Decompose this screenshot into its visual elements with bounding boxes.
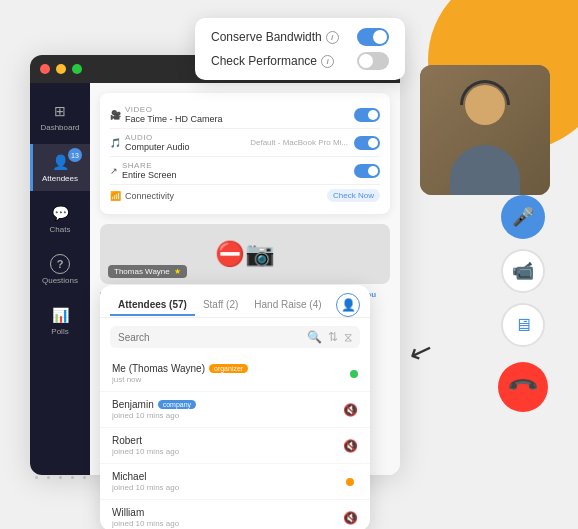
mic-muted-icon: 🔇 xyxy=(343,439,358,453)
attendee-name: Michael xyxy=(112,471,346,482)
video-row: 🎥 Video Face Time - HD Camera xyxy=(110,101,380,129)
attendee-info: Me (Thomas Wayne) organizer just now xyxy=(112,363,350,384)
organizer-badge: organizer xyxy=(209,364,248,373)
connectivity-label: 📶 Connectivity xyxy=(110,191,174,201)
company-badge: company xyxy=(158,400,196,409)
person-video xyxy=(420,65,550,195)
attendee-info: Benjamin company joined 10 mins ago xyxy=(112,399,343,420)
end-call-button[interactable]: 📞 xyxy=(488,352,559,423)
conserve-bandwidth-label: Conserve Bandwidth i xyxy=(211,30,339,44)
attendee-time: joined 10 mins ago xyxy=(112,411,343,420)
attendees-icon: 👤 xyxy=(50,152,70,172)
conserve-bandwidth-toggle[interactable] xyxy=(357,28,389,46)
audio-value: Computer Audio xyxy=(125,142,190,152)
conserve-bandwidth-row: Conserve Bandwidth i xyxy=(211,28,389,46)
sidebar-item-polls[interactable]: 📊 Polls xyxy=(30,297,90,344)
attendees-badge: 13 xyxy=(68,148,82,162)
maximize-dot[interactable] xyxy=(72,64,82,74)
sidebar-label-questions: Questions xyxy=(42,276,78,285)
sidebar-item-chats[interactable]: 💬 Chats xyxy=(30,195,90,242)
conserve-info-icon[interactable]: i xyxy=(326,31,339,44)
sidebar-label-polls: Polls xyxy=(51,327,68,336)
screen-share-button[interactable]: 🖥 xyxy=(501,303,545,347)
audio-label: 🎵 Audio Computer Audio xyxy=(110,133,190,152)
attendee-info: William joined 10 mins ago xyxy=(112,507,343,528)
attendee-name: William xyxy=(112,507,343,518)
search-input[interactable] xyxy=(118,332,301,343)
chats-icon: 💬 xyxy=(50,203,70,223)
attendees-panel: Attendees (57) Staff (2) Hand Raise (4) … xyxy=(100,285,370,529)
attendee-name: Me (Thomas Wayne) organizer xyxy=(112,363,350,374)
check-performance-row: Check Performance i xyxy=(211,52,389,70)
sidebar-item-dashboard[interactable]: ⊞ Dashboard xyxy=(30,93,90,140)
camera-off-icon: ⛔📷 xyxy=(215,240,275,268)
tab-staff[interactable]: Staff (2) xyxy=(195,295,246,316)
share-row: ↗ Share Entire Screen xyxy=(110,157,380,185)
filter-sort-icon[interactable]: ⇅ xyxy=(328,330,338,344)
audio-toggle[interactable] xyxy=(354,136,380,150)
add-attendee-button[interactable]: 👤 xyxy=(336,293,360,317)
search-bar: 🔍 ⇅ ⧖ xyxy=(110,326,360,348)
sidebar-item-attendees[interactable]: 13 👤 Attendees xyxy=(30,144,90,191)
attendee-info: Michael joined 10 mins ago xyxy=(112,471,346,492)
tab-attendees[interactable]: Attendees (57) xyxy=(110,295,195,316)
attendee-item[interactable]: Robert joined 10 mins ago 🔇 xyxy=(100,428,370,464)
video-settings-panel: 🎥 Video Face Time - HD Camera 🎵 Audio Co… xyxy=(100,93,390,214)
search-icon[interactable]: 🔍 xyxy=(307,330,322,344)
sidebar-label-attendees: Attendees xyxy=(42,174,78,183)
video-toggle[interactable] xyxy=(354,108,380,122)
share-value: Entire Screen xyxy=(122,170,177,180)
attendee-list: Me (Thomas Wayne) organizer just now Ben… xyxy=(100,356,370,529)
questions-icon: ? xyxy=(50,254,70,274)
sidebar-item-questions[interactable]: ? Questions xyxy=(30,246,90,293)
check-now-button[interactable]: Check Now xyxy=(327,189,380,202)
check-performance-label: Check Performance i xyxy=(211,54,334,68)
settings-panel: Conserve Bandwidth i Check Performance i xyxy=(195,18,405,80)
mic-muted-icon: 🔇 xyxy=(343,511,358,525)
performance-info-icon[interactable]: i xyxy=(321,55,334,68)
search-icons: 🔍 ⇅ ⧖ xyxy=(307,330,352,344)
attendee-name: Benjamin company xyxy=(112,399,343,410)
panel-tabs: Attendees (57) Staff (2) Hand Raise (4) … xyxy=(100,285,370,318)
attendee-item[interactable]: Benjamin company joined 10 mins ago 🔇 xyxy=(100,392,370,428)
audio-default: Default - MacBook Pro Mi... xyxy=(250,138,348,147)
attendee-info: Robert joined 10 mins ago xyxy=(112,435,343,456)
sidebar: ⊞ Dashboard 13 👤 Attendees 💬 Chats ? Que… xyxy=(30,83,90,475)
person-body xyxy=(450,145,520,195)
sidebar-label-dashboard: Dashboard xyxy=(40,123,79,132)
attendee-time: just now xyxy=(112,375,350,384)
share-toggle[interactable] xyxy=(354,164,380,178)
video-label: 🎥 Video Face Time - HD Camera xyxy=(110,105,223,124)
mic-muted-icon: 🔇 xyxy=(343,403,358,417)
filter-icon[interactable]: ⧖ xyxy=(344,330,352,344)
mic-button[interactable]: 🎤 xyxy=(501,195,545,239)
video-thumbnail xyxy=(420,65,550,195)
attendee-status-green xyxy=(350,370,358,378)
preview-area: ⛔📷 Thomas Wayne ★ xyxy=(100,224,390,284)
share-label: ↗ Share Entire Screen xyxy=(110,161,177,180)
attendee-status-orange xyxy=(346,478,354,486)
video-controls: 🎤 📹 🖥 📞 xyxy=(498,195,548,412)
attendee-time: joined 10 mins ago xyxy=(112,447,343,456)
active-indicator xyxy=(30,144,33,191)
audio-row: 🎵 Audio Computer Audio Default - MacBook… xyxy=(110,129,380,157)
attendee-item[interactable]: Michael joined 10 mins ago xyxy=(100,464,370,500)
minimize-dot[interactable] xyxy=(56,64,66,74)
dashboard-icon: ⊞ xyxy=(50,101,70,121)
attendee-item[interactable]: Me (Thomas Wayne) organizer just now xyxy=(100,356,370,392)
attendee-time: joined 10 mins ago xyxy=(112,519,343,528)
sidebar-label-chats: Chats xyxy=(50,225,71,234)
attendee-name: Robert xyxy=(112,435,343,446)
star-icon: ★ xyxy=(174,267,181,276)
person-head xyxy=(465,85,505,125)
close-dot[interactable] xyxy=(40,64,50,74)
attendee-time: joined 10 mins ago xyxy=(112,483,346,492)
presenter-name-badge: Thomas Wayne ★ xyxy=(108,265,187,278)
attendee-item[interactable]: William joined 10 mins ago 🔇 xyxy=(100,500,370,529)
polls-icon: 📊 xyxy=(50,305,70,325)
video-value: Face Time - HD Camera xyxy=(125,114,223,124)
video-button[interactable]: 📹 xyxy=(501,249,545,293)
arrow-indicator: ↙ xyxy=(405,332,438,371)
check-performance-toggle[interactable] xyxy=(357,52,389,70)
tab-hand-raise[interactable]: Hand Raise (4) xyxy=(246,295,329,316)
